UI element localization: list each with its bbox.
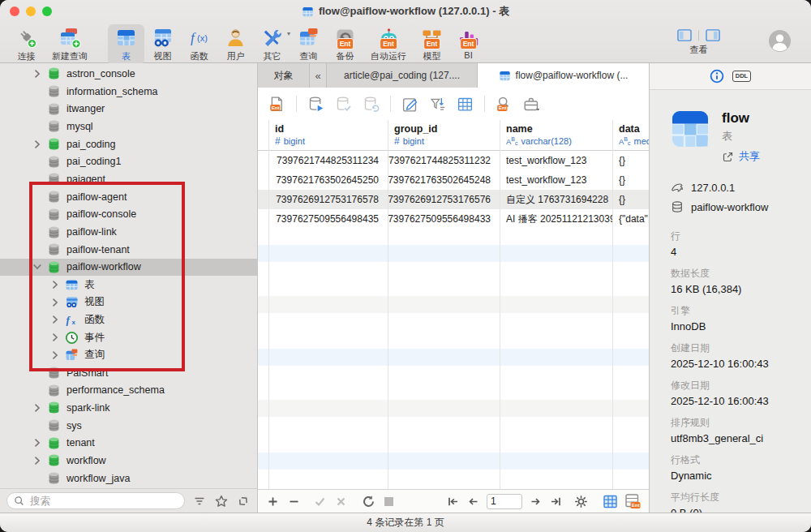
tree-item-astron_console[interactable]: astron_console [0, 65, 257, 83]
chevron-right-icon[interactable] [49, 313, 62, 326]
toolbar-item-others[interactable]: ▾其它 [254, 24, 290, 65]
tree-item-itwanger[interactable]: itwanger [0, 100, 257, 118]
tree-item-paiflow-console[interactable]: paiflow-console [0, 206, 257, 224]
tree-item-workflow[interactable]: workflow [0, 452, 257, 470]
tab-objects[interactable]: 对象 [258, 63, 310, 88]
column-header-id[interactable]: id#bigint [268, 120, 388, 150]
last-page-button[interactable] [549, 495, 563, 508]
tree-item-paiflow-agent[interactable]: paiflow-agent [0, 188, 257, 206]
table-row[interactable]: 73976217448253112347397621744825311232te… [258, 151, 649, 170]
edit-record-button[interactable] [401, 96, 418, 113]
tab-flow[interactable]: flow@paiflow-workflow (... [478, 63, 649, 88]
cell-id[interactable]: 7397626912753176578 [268, 190, 388, 209]
tree-item-workflow_java[interactable]: workflow_java [0, 470, 257, 487]
favorites-button[interactable] [214, 494, 229, 508]
cell-name[interactable]: AI 播客 20251121213039 [500, 209, 612, 229]
cell-name[interactable]: 自定义 1763731694228 [500, 190, 612, 209]
refresh-button[interactable] [362, 495, 375, 508]
toolbar-item-views[interactable]: 视图 [144, 24, 181, 65]
toggle-right-panel-button[interactable] [705, 28, 721, 42]
tree-item-tenant[interactable]: tenant [0, 434, 257, 452]
chevron-down-icon[interactable] [31, 260, 44, 273]
tree-item-mysql[interactable]: mysql [0, 118, 257, 135]
find-in-data-button[interactable]: Ent [496, 96, 513, 113]
tree-item-paiflow-tenant[interactable]: paiflow-tenant [0, 241, 257, 259]
cell-group_id[interactable]: 7397621763502645248 [388, 170, 500, 190]
filter-sort-button[interactable] [429, 96, 446, 113]
column-header-group_id[interactable]: group_id#bigint [388, 120, 500, 150]
info-tab-icon[interactable] [710, 69, 724, 84]
toolbar-item-backup[interactable]: Ent备份 [327, 24, 363, 65]
toolbar-item-bi[interactable]: EntBI [450, 24, 487, 62]
toolbar-item-new-query[interactable]: 新建查询 [45, 24, 95, 65]
share-button[interactable]: 共享 [722, 149, 760, 164]
page-number-input[interactable] [487, 494, 522, 509]
tools-menu-button[interactable] [523, 96, 540, 113]
tree-item-paiagent[interactable]: paiagent [0, 170, 257, 188]
tree-item-PaiSmart[interactable]: PaiSmart [0, 364, 257, 382]
chevron-right-icon[interactable] [31, 67, 44, 80]
tree-item-视图[interactable]: 视图 [0, 294, 257, 311]
delete-record-button[interactable] [287, 495, 301, 508]
cell-name[interactable]: test_workflow_123 [500, 151, 612, 170]
cell-group_id[interactable]: 7397627509556498433 [388, 209, 500, 229]
export-save-button[interactable]: Ent [268, 96, 285, 113]
cell-data[interactable]: {} [612, 151, 649, 170]
filter-tree-button[interactable] [192, 494, 207, 508]
cell-data[interactable]: {} [612, 190, 649, 209]
sidebar-search[interactable] [6, 492, 185, 509]
grid-settings-button[interactable] [574, 495, 588, 508]
form-view-button[interactable]: Ent [624, 493, 641, 509]
table-row[interactable]: 73976275095564984357397627509556498433AI… [258, 209, 649, 229]
tab-scroll-left-button[interactable]: « [310, 63, 327, 88]
tree-item-paiflow-workflow[interactable]: paiflow-workflow [0, 259, 257, 277]
table-row[interactable]: 73976217635026452507397621763502645248te… [258, 170, 649, 190]
tree-item-paiflow-link[interactable]: paiflow-link [0, 223, 257, 241]
toolbar-item-functions[interactable]: f(x)函数 [181, 24, 217, 65]
chevron-right-icon[interactable] [49, 331, 62, 344]
chevron-right-icon[interactable] [31, 454, 44, 467]
tree-item-函数[interactable]: fx函数 [0, 311, 257, 329]
account-avatar[interactable] [768, 29, 792, 53]
chevron-right-icon[interactable] [31, 401, 44, 414]
collapse-all-button[interactable] [236, 494, 251, 508]
cell-id[interactable]: 7397621744825311234 [268, 151, 388, 170]
cell-id[interactable]: 7397627509556498435 [268, 209, 388, 229]
cell-name[interactable]: test_workflow_123 [500, 170, 612, 190]
toolbar-item-tables[interactable]: 表 [108, 24, 144, 65]
cell-data[interactable]: {"data": [612, 209, 649, 229]
toolbar-item-models[interactable]: Ent模型 [414, 24, 450, 65]
tree-item-sys[interactable]: sys [0, 417, 257, 435]
tab-article[interactable]: article@pai_coding (127.... [327, 63, 478, 88]
cell-id[interactable]: 7397621763502645250 [268, 170, 388, 190]
tree-item-表[interactable]: 表 [0, 276, 257, 294]
first-page-button[interactable] [446, 495, 460, 508]
next-page-button[interactable] [529, 495, 543, 508]
ddl-tab-button[interactable]: DDL [732, 71, 751, 82]
tree-item-查询[interactable]: 查询 [0, 346, 257, 364]
add-record-button[interactable] [266, 495, 280, 508]
grid-view-button[interactable] [457, 96, 474, 113]
column-header-name[interactable]: nameABcvarchar(128) [500, 120, 612, 150]
chevron-right-icon[interactable] [31, 138, 44, 151]
tree-item-performance_schema[interactable]: performance_schema [0, 381, 257, 399]
previous-page-button[interactable] [466, 495, 480, 508]
tree-item-pai_coding1[interactable]: pai_coding1 [0, 152, 257, 170]
toolbar-item-users[interactable]: 用户 [217, 24, 254, 65]
search-input[interactable] [28, 495, 178, 508]
cell-group_id[interactable]: 7397621744825311232 [388, 151, 500, 170]
chevron-right-icon[interactable] [49, 296, 62, 309]
toolbar-item-connect[interactable]: 连接 [8, 24, 45, 65]
toggle-left-panel-button[interactable] [676, 28, 693, 42]
grid-mode-button[interactable] [603, 494, 618, 509]
cell-data[interactable]: {} [612, 170, 649, 190]
tree-item-事件[interactable]: 事件 [0, 328, 257, 346]
cell-group_id[interactable]: 7397626912753176576 [388, 190, 500, 209]
tree-item-information_schema[interactable]: information_schema [0, 83, 257, 101]
toolbar-item-automation[interactable]: Ent自动运行 [363, 24, 414, 65]
chevron-right-icon[interactable] [31, 436, 44, 449]
chevron-right-icon[interactable] [49, 278, 62, 291]
chevron-right-icon[interactable] [49, 349, 62, 362]
tree-item-pai_coding[interactable]: pai_coding [0, 135, 257, 153]
begin-transaction-button[interactable] [307, 96, 324, 113]
